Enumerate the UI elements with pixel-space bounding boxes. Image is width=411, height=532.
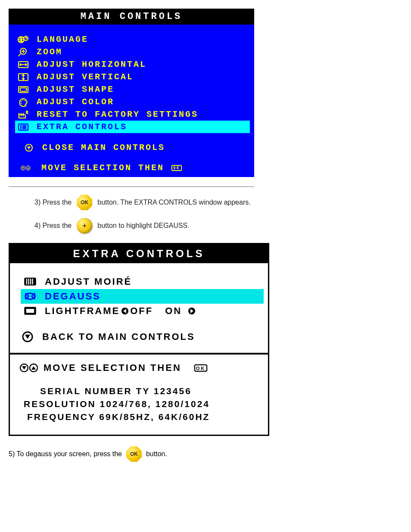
step-5: 5) To degauss your screen, press the OK … [9, 446, 267, 462]
menu-item-label: ADJUST SHAPE [37, 84, 114, 94]
menu-item-label: RESET TO FACTORY SETTINGS [37, 109, 198, 119]
menu-item-label: LANGUAGE [37, 34, 88, 44]
menu-item-adjust-horizontal[interactable]: ADJUST HORIZONTAL [15, 58, 250, 71]
lightframe-label: LIGHTFRAME [45, 305, 120, 317]
menu-item-degauss[interactable]: DEGAUSS [21, 289, 264, 304]
svg-text:OK: OK [173, 166, 180, 170]
menu-item-extra-controls[interactable]: EXTRA CONTROLS [15, 121, 250, 133]
svg-point-10 [21, 103, 22, 104]
ok-button-graphic[interactable]: OK [77, 195, 92, 210]
main-footer-hint: MOVE SELECTION THEN OK [9, 159, 254, 177]
ok-box-icon: OK [194, 362, 208, 373]
svg-text:OK: OK [196, 366, 206, 371]
svg-point-8 [22, 99, 24, 100]
lightframe-row: LIGHTFRAME OFF ON [45, 305, 196, 317]
menu-item-zoom[interactable]: ZOOM [15, 46, 250, 58]
footer-text: MOVE SELECTION THEN [41, 163, 164, 173]
step-4-prefix: 4) Press the [34, 222, 72, 230]
down-triangle-icon [22, 143, 35, 152]
menu-item-adjust-moire[interactable]: ADJUST MOIRÉ [21, 274, 264, 289]
extra-controls-items: ADJUST MOIRÉ DEGAUSS LIGHTFRAME OFF ON [10, 263, 268, 321]
svg-point-7 [21, 100, 22, 102]
up-down-triangle-icon [16, 163, 35, 173]
menu-item-adjust-vertical[interactable]: ADJUST VERTICAL [15, 71, 250, 83]
back-to-main-controls[interactable]: BACK TO MAIN CONTROLS [10, 321, 268, 353]
menu-item-language[interactable]: LANGUAGE [15, 33, 250, 46]
degauss-icon [23, 291, 37, 302]
globe-question-icon [17, 35, 30, 44]
step-4-suffix: button to highlight DEGAUSS. [97, 222, 189, 230]
lightframe-icon [23, 305, 37, 317]
menu-item-reset-factory[interactable]: RESET TO FACTORY SETTINGS [15, 108, 250, 121]
shape-icon [17, 85, 30, 94]
close-label: CLOSE MAIN CONTROLS [42, 143, 165, 152]
ok-button-graphic[interactable]: OK [126, 446, 142, 462]
svg-point-9 [25, 100, 26, 101]
vertical-arrows-icon [17, 72, 30, 82]
lightframe-off: OFF [130, 305, 153, 317]
menu-item-label: EXTRA CONTROLS [37, 122, 127, 132]
menu-item-adjust-color[interactable]: ADJUST COLOR [15, 96, 250, 108]
menu-item-adjust-shape[interactable]: ADJUST SHAPE [15, 83, 250, 96]
horizontal-arrows-icon [17, 60, 30, 69]
right-arrow-icon [187, 307, 196, 315]
divider [9, 187, 254, 187]
step-5-suffix: button. [146, 450, 167, 458]
menu-item-label: ADJUST MOIRÉ [45, 276, 132, 287]
menu-item-label: DEGAUSS [45, 291, 101, 302]
frequency: FREQUENCY 69K/85HZ, 64K/60HZ [27, 411, 255, 423]
main-controls-osd: MAIN CONTROLS LANGUAGE ZOOM ADJUST HORIZ… [9, 9, 254, 177]
svg-point-2 [25, 40, 26, 40]
back-label: BACK TO MAIN CONTROLS [42, 331, 195, 342]
step-3-suffix: button. The EXTRA CONTROLS window appear… [97, 199, 250, 206]
menu-item-label: ADJUST COLOR [37, 97, 114, 107]
lightframe-on: ON [165, 305, 182, 317]
serial-number: SERIAL NUMBER TY 123456 [40, 385, 255, 398]
ok-box-icon: OK [170, 163, 183, 173]
magnify-plus-icon [17, 47, 30, 57]
list-icon [17, 122, 30, 132]
extra-controls-title: EXTRA CONTROLS [10, 244, 268, 263]
step-3: 3) Press the OK button. The EXTRA CONTRO… [34, 195, 411, 210]
left-arrow-icon [121, 307, 129, 315]
menu-item-label: ZOOM [37, 47, 62, 57]
extra-controls-osd: EXTRA CONTROLS ADJUST MOIRÉ DEGAUSS LIGH… [9, 243, 269, 436]
extra-footer: MOVE SELECTION THEN OK SERIAL NUMBER TY … [10, 353, 268, 435]
menu-item-lightframe[interactable]: LIGHTFRAME OFF ON [21, 304, 264, 318]
main-controls-items: LANGUAGE ZOOM ADJUST HORIZONTAL ADJUST V… [9, 25, 254, 135]
moire-icon [23, 276, 37, 287]
step-3-prefix: 3) Press the [34, 199, 72, 206]
monitor-info: SERIAL NUMBER TY 123456 RESOLUTION 1024/… [19, 373, 264, 432]
down-triangle-icon [21, 331, 34, 342]
plus-button-graphic[interactable]: + [77, 218, 92, 233]
menu-item-label: ADJUST HORIZONTAL [37, 59, 146, 69]
step-5-prefix: 5) To degauss your screen, press the [9, 450, 122, 458]
menu-item-label: ADJUST VERTICAL [37, 72, 134, 82]
footer-text: MOVE SELECTION THEN [44, 362, 181, 373]
step-4: 4) Press the + button to highlight DEGAU… [34, 218, 411, 233]
svg-rect-19 [26, 309, 34, 313]
extra-footer-hint: MOVE SELECTION THEN OK [19, 362, 264, 373]
main-controls-title: MAIN CONTROLS [9, 9, 254, 25]
factory-icon [17, 110, 30, 119]
close-main-controls[interactable]: CLOSE MAIN CONTROLS [9, 135, 254, 159]
up-down-triangle-icon [19, 362, 39, 373]
palette-icon [17, 97, 30, 107]
resolution: RESOLUTION 1024/768, 1280/1024 [24, 398, 255, 411]
